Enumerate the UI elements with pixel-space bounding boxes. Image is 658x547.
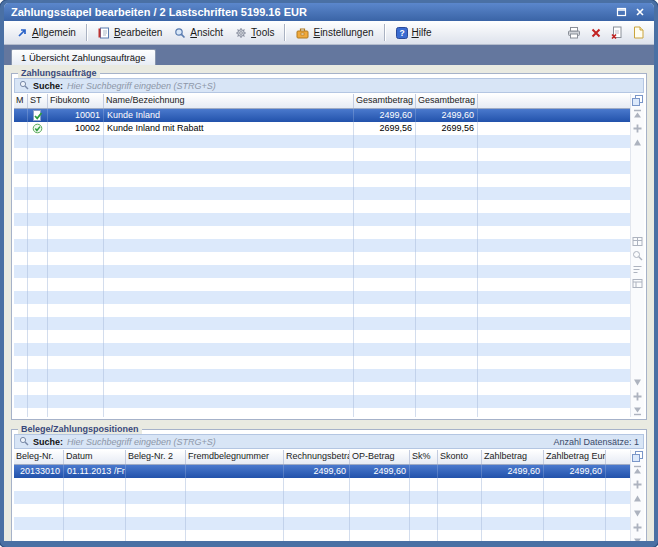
move-up-icon[interactable] xyxy=(632,493,643,504)
restore-icon[interactable] xyxy=(614,6,629,19)
column-header-datum[interactable]: Datum xyxy=(64,450,126,464)
column-header-name[interactable]: Name/Bezeichnung xyxy=(104,94,354,108)
layout-grid-icon[interactable] xyxy=(632,236,643,247)
search-input[interactable]: Suche: Hier Suchbegriff eingeben (STRG+S… xyxy=(14,434,644,449)
cell xyxy=(410,478,438,491)
cell xyxy=(416,382,478,395)
cell xyxy=(354,213,416,226)
menu-label: Allgemein xyxy=(32,27,76,38)
empty-row xyxy=(14,317,630,330)
cell xyxy=(354,161,416,174)
cell xyxy=(478,395,630,408)
menu-allgemein[interactable]: Allgemein xyxy=(10,25,82,41)
menu-label: Bearbeiten xyxy=(114,27,162,38)
cell xyxy=(416,161,478,174)
column-header-zahlbetrag_euro[interactable]: Zahlbetrag Euro xyxy=(544,450,606,464)
delete-icon[interactable] xyxy=(590,27,602,39)
cell xyxy=(186,478,284,491)
cell xyxy=(48,148,104,161)
move-top-icon[interactable] xyxy=(632,109,643,120)
move-bottom-icon[interactable] xyxy=(632,405,643,416)
belege-table: Beleg-Nr.DatumBeleg-Nr. 2Fremdbelegnumme… xyxy=(14,450,630,541)
titlebar: Zahlungsstapel bearbeiten / 2 Lastschrif… xyxy=(4,3,654,21)
cell xyxy=(14,161,28,174)
column-header-skonto[interactable]: Skonto xyxy=(438,450,482,464)
cell xyxy=(104,161,354,174)
export-table-icon[interactable] xyxy=(632,278,643,289)
cell xyxy=(478,109,630,122)
table-row[interactable]: 2013301001.11.2013 /Fr2499,602499,602499… xyxy=(14,465,630,478)
cell xyxy=(354,252,416,265)
close-icon[interactable] xyxy=(632,6,647,19)
cell xyxy=(350,530,410,541)
cell xyxy=(410,504,438,517)
cell xyxy=(606,478,630,491)
move-down-icon[interactable] xyxy=(632,377,643,388)
cell xyxy=(28,356,48,369)
move-bottom-icon[interactable] xyxy=(632,536,643,541)
menubar-separator xyxy=(384,24,386,41)
sort-icon[interactable] xyxy=(632,264,643,275)
cell xyxy=(410,517,438,530)
cell xyxy=(354,278,416,291)
insert-row-icon[interactable] xyxy=(632,391,643,402)
menu-ansicht[interactable]: Ansicht xyxy=(168,25,229,41)
insert-row-icon[interactable] xyxy=(632,479,643,490)
toolbar-right xyxy=(567,26,648,39)
cell xyxy=(354,135,416,148)
column-header-gesamtbetrag[interactable]: Gesamtbetrag xyxy=(354,94,416,108)
menu-einstellungen[interactable]: Einstellungen xyxy=(290,25,379,41)
column-header-op_betrag[interactable]: OP-Betrag xyxy=(350,450,410,464)
cell xyxy=(478,213,630,226)
move-down-icon[interactable] xyxy=(632,508,643,519)
table-row[interactable]: 10002Kunde Inland mit Rabatt2699,562699,… xyxy=(14,122,630,135)
column-header-sk[interactable]: Sk% xyxy=(410,450,438,464)
move-up-icon[interactable] xyxy=(632,137,643,148)
column-header-beleg_nr[interactable]: Beleg-Nr. xyxy=(14,450,64,464)
cell xyxy=(478,356,630,369)
cell xyxy=(28,408,48,417)
cell xyxy=(28,135,48,148)
search-input[interactable]: Suche: Hier Suchbegriff eingeben (STRG+S… xyxy=(14,78,644,93)
cell xyxy=(48,330,104,343)
cell xyxy=(104,135,354,148)
print-icon[interactable] xyxy=(567,26,581,39)
column-header-beleg_nr2[interactable]: Beleg-Nr. 2 xyxy=(126,450,186,464)
cell xyxy=(14,239,28,252)
menu-tools[interactable]: Tools xyxy=(229,25,280,41)
document-check-icon xyxy=(28,109,48,122)
cell xyxy=(64,478,126,491)
discard-document-icon[interactable] xyxy=(611,26,623,39)
column-chooser-icon[interactable] xyxy=(632,95,643,106)
column-header-m[interactable]: M xyxy=(14,94,28,108)
column-header-fremdbelegnummer[interactable]: Fremdbelegnummer xyxy=(186,450,284,464)
column-header-gesamtbetrag_euro[interactable]: Gesamtbetrag Euro xyxy=(416,94,478,108)
cell xyxy=(416,148,478,161)
cell xyxy=(48,304,104,317)
tab-uebersicht-zahlungsauftraege[interactable]: 1 Übersicht Zahlungsaufträge xyxy=(11,49,156,65)
column-header-fibukonto[interactable]: Fibukonto xyxy=(48,94,104,108)
cell xyxy=(28,148,48,161)
cell xyxy=(104,200,354,213)
cell xyxy=(48,343,104,356)
menu-hilfe[interactable]: ?Hilfe xyxy=(390,25,438,41)
new-document-icon[interactable] xyxy=(632,26,644,39)
zoom-icon[interactable] xyxy=(632,250,643,261)
cell xyxy=(104,291,354,304)
insert-row-icon[interactable] xyxy=(632,123,643,134)
cell xyxy=(126,478,186,491)
cell xyxy=(48,226,104,239)
table-row[interactable]: 10001Kunde Inland2499,602499,60 xyxy=(14,109,630,122)
insert-row-icon[interactable] xyxy=(632,522,643,533)
column-header-st[interactable]: ST xyxy=(28,94,48,108)
cell xyxy=(28,187,48,200)
move-top-icon[interactable] xyxy=(632,465,643,476)
column-header-zahlbetrag[interactable]: Zahlbetrag xyxy=(482,450,544,464)
column-header-rechnungsbetrag[interactable]: Rechnungsbetrag xyxy=(284,450,350,464)
cell xyxy=(28,174,48,187)
menu-bearbeiten[interactable]: Bearbeiten xyxy=(92,25,168,41)
empty-row xyxy=(14,135,630,148)
column-chooser-icon[interactable] xyxy=(632,451,643,462)
cell xyxy=(284,478,350,491)
cell xyxy=(478,135,630,148)
